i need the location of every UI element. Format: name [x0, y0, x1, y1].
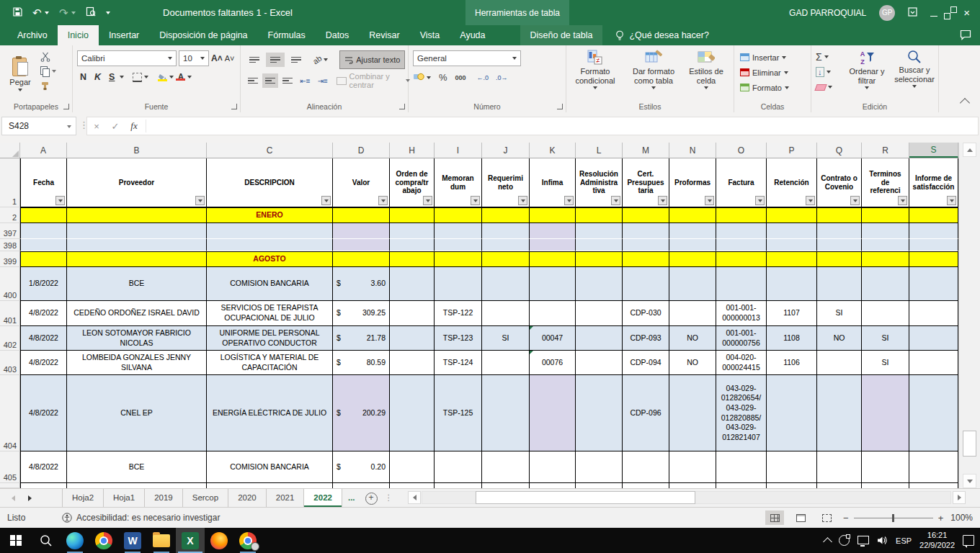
cell-M2[interactable]: [623, 207, 669, 223]
cell-S2[interactable]: [909, 207, 958, 223]
row-header-398[interactable]: 398: [0, 239, 20, 251]
column-header-M[interactable]: M: [623, 143, 669, 158]
cell-Q404[interactable]: [817, 375, 862, 451]
zoom-in-button[interactable]: +: [938, 513, 944, 523]
cell-B398[interactable]: [67, 239, 207, 251]
filter-button-B[interactable]: [195, 196, 205, 205]
cell-D400[interactable]: $3.60: [333, 267, 390, 301]
cell-B399[interactable]: [67, 251, 207, 267]
cell-P405[interactable]: [767, 451, 817, 483]
taskbar-chrome-profile-button[interactable]: [233, 528, 262, 553]
cell-D404[interactable]: $200.29: [333, 375, 390, 451]
cell-N402[interactable]: NO: [669, 326, 716, 351]
cell-I403[interactable]: TSP-124: [435, 351, 482, 375]
cell-D[interactable]: [333, 483, 390, 488]
cell-A401[interactable]: 4/8/2022: [20, 301, 67, 326]
find-select-button[interactable]: Buscar y seleccionar: [892, 45, 937, 96]
header-cell-I[interactable]: Memoran dum: [435, 158, 482, 207]
cell-N399[interactable]: [669, 251, 716, 267]
taskbar-word-button[interactable]: W: [118, 528, 147, 553]
cell-O403[interactable]: 004-020- 000024415: [716, 351, 767, 375]
filter-button-R[interactable]: [898, 196, 907, 205]
font-color-button[interactable]: A: [176, 73, 185, 81]
network-icon[interactable]: [858, 536, 869, 544]
cell-S401[interactable]: [909, 301, 958, 326]
column-header-D[interactable]: D: [333, 143, 390, 158]
filter-button-Q[interactable]: [850, 196, 860, 205]
cell-P[interactable]: [767, 483, 817, 488]
cell-S[interactable]: [909, 483, 958, 488]
cell-B402[interactable]: LEON SOTOMAYOR FABRICIO NICOLAS: [67, 326, 207, 351]
sheet-tab-hoja1[interactable]: Hoja1: [104, 489, 145, 507]
cell-R[interactable]: [862, 483, 909, 488]
conditional-formatting-button[interactable]: ≠ Formato condicional: [566, 45, 624, 96]
column-header-I[interactable]: I: [435, 143, 482, 158]
cell-M405[interactable]: [623, 451, 669, 483]
copy-button[interactable]: [40, 66, 56, 77]
insert-function-button[interactable]: fx: [125, 120, 143, 132]
underline-dropdown-icon[interactable]: [120, 76, 124, 78]
action-center-icon[interactable]: [963, 535, 974, 546]
cell-J2[interactable]: [482, 207, 530, 223]
cell-K2[interactable]: [530, 207, 576, 223]
tab-revisar[interactable]: Revisar: [359, 25, 409, 45]
cell-I398[interactable]: [435, 239, 482, 251]
cell-C403[interactable]: LOGÍSTICA Y MATERIAL DE CAPACITACIÓN: [207, 351, 333, 375]
tab-diseno-de-tabla[interactable]: Diseño de tabla: [520, 25, 603, 45]
tab-vista[interactable]: Vista: [410, 25, 450, 45]
header-cell-S[interactable]: Informe de satisfacción: [909, 158, 958, 207]
cell-K398[interactable]: [530, 239, 576, 251]
column-header-N[interactable]: N: [669, 143, 716, 158]
cell-M404[interactable]: CDP-096: [623, 375, 669, 451]
header-cell-K[interactable]: Infima: [530, 158, 576, 207]
cell-O397[interactable]: [716, 223, 767, 239]
cell-L401[interactable]: [576, 301, 623, 326]
zoom-level[interactable]: 100%: [950, 513, 973, 523]
cell-R403[interactable]: SI: [862, 351, 909, 375]
cell-I399[interactable]: [435, 251, 482, 267]
name-box[interactable]: S428: [1, 117, 76, 135]
header-cell-R[interactable]: Terminos de referenci: [862, 158, 909, 207]
wrap-text-button[interactable]: Ajustar texto: [339, 50, 405, 69]
cell-S403[interactable]: [909, 351, 958, 375]
cell-L404[interactable]: [576, 375, 623, 451]
vertical-scrollbar-thumb[interactable]: [963, 431, 976, 457]
cell-I402[interactable]: TSP-123: [435, 326, 482, 351]
cell-P2[interactable]: [767, 207, 817, 223]
cell-L397[interactable]: [576, 223, 623, 239]
cell-R400[interactable]: [862, 267, 909, 301]
filter-button-L[interactable]: [611, 196, 620, 205]
align-top-button[interactable]: [245, 53, 264, 67]
onedrive-icon[interactable]: [839, 535, 850, 546]
italic-button[interactable]: K: [92, 72, 104, 82]
cell-S398[interactable]: [909, 239, 958, 251]
number-dialog-launcher[interactable]: [557, 104, 563, 109]
column-header-S[interactable]: S: [909, 143, 958, 158]
cell-S405[interactable]: [909, 451, 958, 483]
cell-O405[interactable]: [716, 451, 767, 483]
column-header-K[interactable]: K: [530, 143, 576, 158]
orientation-dropdown-icon[interactable]: [324, 58, 328, 61]
vertical-scrollbar[interactable]: [958, 143, 980, 488]
header-cell-J[interactable]: Requerimi neto: [482, 158, 530, 207]
tab-ayuda[interactable]: Ayuda: [450, 25, 495, 45]
cell-M403[interactable]: CDP-094: [623, 351, 669, 375]
sheet-prev-icon[interactable]: [12, 495, 15, 501]
decrease-decimal-button[interactable]: .0→: [496, 74, 508, 81]
header-cell-O[interactable]: Factura: [716, 158, 767, 207]
decrease-indent-button[interactable]: ⇤≡: [298, 73, 313, 88]
align-left-button[interactable]: [245, 73, 260, 88]
cell-B[interactable]: [67, 483, 207, 488]
cell-A398[interactable]: [20, 239, 67, 251]
paste-button[interactable]: Pegar: [4, 49, 36, 98]
filter-button-C[interactable]: [321, 196, 331, 205]
cell-C401[interactable]: SERVICIOS DE TERAPISTA OCUPACIONAL DE JU…: [207, 301, 333, 326]
sheet-tab-2019[interactable]: 2019: [145, 489, 183, 507]
taskbar-chrome-button[interactable]: [89, 528, 118, 553]
header-cell-H[interactable]: Orden de compra/tr abajo: [390, 158, 435, 207]
cell-Q402[interactable]: NO: [817, 326, 862, 351]
cell-H403[interactable]: [390, 351, 435, 375]
comment-icon[interactable]: [960, 30, 971, 42]
cell-P404[interactable]: [767, 375, 817, 451]
cell-D398[interactable]: [333, 239, 390, 251]
